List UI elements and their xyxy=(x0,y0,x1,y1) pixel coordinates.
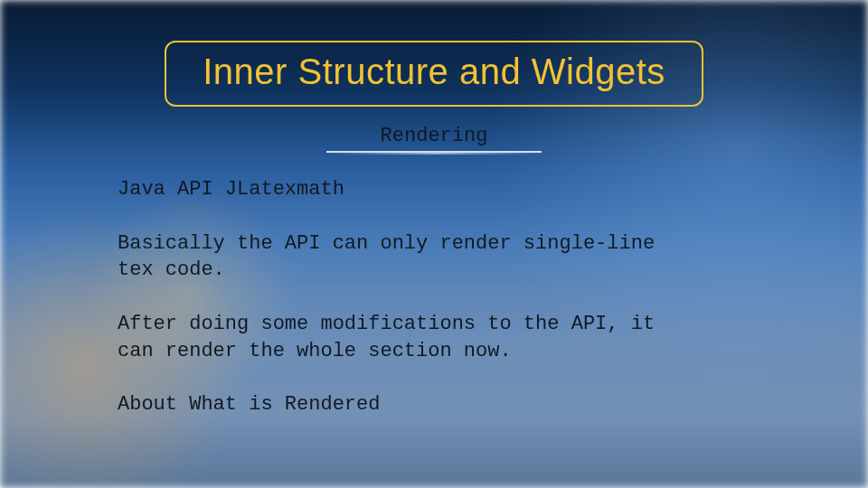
body-line-4: About What is Rendered xyxy=(118,391,696,418)
slide-title: Inner Structure and Widgets xyxy=(203,52,665,91)
slide-body: Java API JLatexmath Basically the API ca… xyxy=(108,176,760,418)
slide-content: Inner Structure and Widgets Rendering Ja… xyxy=(0,0,868,488)
body-line-3: After doing some modifications to the AP… xyxy=(118,311,696,364)
body-line-1: Java API JLatexmath xyxy=(118,176,696,203)
title-box: Inner Structure and Widgets xyxy=(165,41,703,107)
subtitle-container: Rendering xyxy=(108,123,760,153)
title-container: Inner Structure and Widgets xyxy=(108,41,760,107)
slide-subtitle: Rendering xyxy=(326,123,542,153)
body-line-2: Basically the API can only render single… xyxy=(118,230,696,284)
